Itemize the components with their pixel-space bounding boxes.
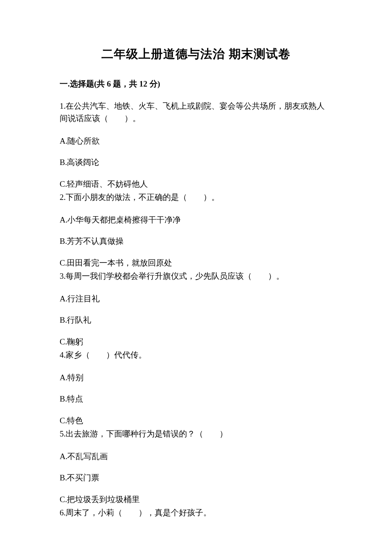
question-option: C.田田看完一本书，就放回原处 xyxy=(60,257,332,269)
question-option: B.不买门票 xyxy=(60,472,332,484)
question-option: A.小华每天都把桌椅擦得干干净净 xyxy=(60,214,332,226)
question-block-4: 4.家乡（ ）代代传。 A.特别 B.特点 C.特色 xyxy=(60,349,332,427)
question-stem: 5.出去旅游，下面哪种行为是错误的？（ ） xyxy=(60,428,332,440)
question-stem: 1.在公共汽车、地铁、火车、飞机上或剧院、宴会等公共场所，朋友或熟人间说话应该（… xyxy=(60,100,332,125)
question-option: C.特色 xyxy=(60,415,332,427)
question-block-2: 2.下面小朋友的做法，不正确的是（ ）。 A.小华每天都把桌椅擦得干干净净 B.… xyxy=(60,191,332,269)
exam-title: 二年级上册道德与法治 期末测试卷 xyxy=(60,46,332,62)
question-option: A.行注目礼 xyxy=(60,293,332,305)
section-header: 一.选择题(共 6 题，共 12 分) xyxy=(60,78,332,90)
question-option: C.把垃圾丢到垃圾桶里 xyxy=(60,494,332,506)
question-option: B.芳芳不认真做操 xyxy=(60,235,332,248)
question-option: C.轻声细语、不妨碍他人 xyxy=(60,178,332,191)
question-block-1: 1.在公共汽车、地铁、火车、飞机上或剧院、宴会等公共场所，朋友或熟人间说话应该（… xyxy=(60,100,332,190)
question-option: B.高谈阔论 xyxy=(60,156,332,169)
question-option: A.特别 xyxy=(60,372,332,384)
question-stem: 4.家乡（ ）代代传。 xyxy=(60,349,332,361)
question-option: A.不乱写乱画 xyxy=(60,451,332,463)
question-option: B.特点 xyxy=(60,393,332,405)
question-option: A.随心所欲 xyxy=(60,135,332,147)
question-option: C.鞠躬 xyxy=(60,336,332,348)
question-block-3: 3.每周一我们学校都会举行升旗仪式，少先队员应该（ ）。 A.行注目礼 B.行队… xyxy=(60,270,332,348)
question-block-5: 5.出去旅游，下面哪种行为是错误的？（ ） A.不乱写乱画 B.不买门票 C.把… xyxy=(60,428,332,506)
question-option: B.行队礼 xyxy=(60,314,332,327)
question-stem: 2.下面小朋友的做法，不正确的是（ ）。 xyxy=(60,191,332,203)
question-stem: 3.每周一我们学校都会举行升旗仪式，少先队员应该（ ）。 xyxy=(60,270,332,282)
question-block-6: 6.周末了，小莉（ ），真是个好孩子。 xyxy=(60,506,332,519)
question-stem: 6.周末了，小莉（ ），真是个好孩子。 xyxy=(60,506,332,519)
